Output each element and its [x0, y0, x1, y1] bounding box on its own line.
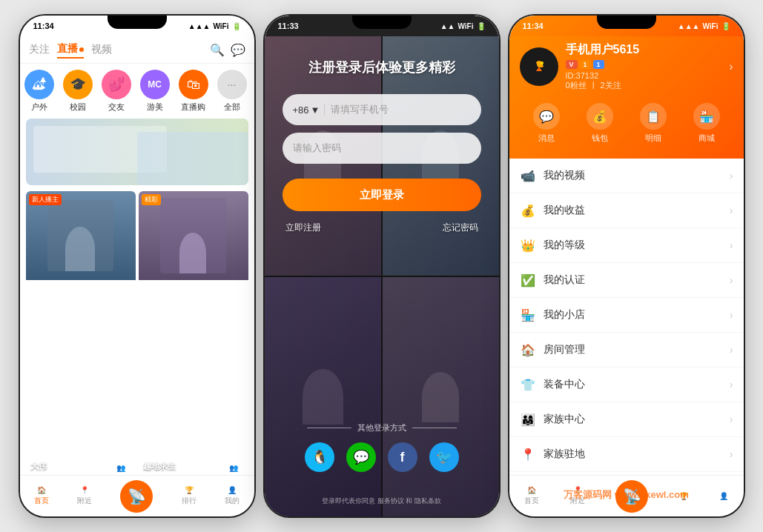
user-badges: V 1 1: [566, 60, 722, 69]
s3-me-icon: 👤: [719, 492, 728, 500]
fans-count: 0粉丝: [566, 80, 587, 91]
quick-wallet[interactable]: 💰 钱包: [587, 103, 613, 144]
stream-item-yuedi[interactable]: 精彩 越地求生 👥 1: [139, 191, 248, 475]
message-icon[interactable]: 💬: [231, 43, 245, 57]
badge-v: V: [566, 60, 578, 69]
banner[interactable]: [26, 119, 248, 185]
input-divider: [324, 104, 325, 116]
facebook-login-btn[interactable]: f: [388, 442, 417, 472]
menu-arrow-8: ›: [730, 448, 733, 460]
s3-nav-nearby[interactable]: 📍 附近: [570, 486, 585, 506]
twitter-login-btn[interactable]: 🐦: [429, 442, 459, 472]
time-2: 11:33: [278, 21, 299, 30]
cat-label-shop: 直播购: [181, 102, 205, 113]
nav-profile[interactable]: 👤 我的: [225, 486, 240, 506]
notch-1: [108, 16, 167, 29]
live-dot: [79, 47, 84, 52]
menu-arrow-2: ›: [730, 239, 733, 251]
cat-campus[interactable]: 🎓 校园: [63, 70, 93, 113]
cat-mc[interactable]: MC 游美: [140, 70, 170, 113]
nav-nearby-label: 附近: [77, 496, 92, 506]
other-login-label: 其他登录方式: [357, 422, 406, 433]
cat-label-friends: 交友: [108, 102, 125, 113]
nav-live-btn[interactable]: 📡: [120, 480, 153, 513]
menu-my-cert[interactable]: ✅ 我的认证 ›: [509, 263, 744, 298]
cat-shop[interactable]: 🛍 直播购: [179, 70, 208, 113]
login-title: 注册登录后体验更多精彩: [308, 59, 455, 76]
detail-quick-icon: 📋: [640, 103, 667, 130]
live-center-btn[interactable]: 📡: [120, 480, 153, 513]
wifi-icon-3: WiFi: [702, 22, 718, 30]
password-input-row[interactable]: 请输入密码: [283, 133, 481, 164]
cat-label-mc: 游美: [147, 102, 163, 113]
room-manage-label: 房间管理: [544, 343, 722, 356]
login-bg: 注册登录后体验更多精彩 +86 ▼ 请填写手机号 请输入密码: [265, 36, 499, 516]
wifi-icon: WiFi: [213, 22, 228, 30]
tab-follow[interactable]: 关注: [29, 41, 50, 58]
wallet-quick-icon: 💰: [587, 103, 613, 130]
user-avatar[interactable]: [520, 47, 558, 86]
tab-live[interactable]: 直播: [57, 41, 84, 59]
menu-equipment[interactable]: 👕 装备中心 ›: [509, 368, 744, 402]
s3-nav-home[interactable]: 🏠 首页: [524, 486, 539, 506]
wechat-icon: 💬: [353, 449, 369, 465]
nav-nearby[interactable]: 📍 附近: [77, 486, 92, 506]
wechat-login-btn[interactable]: 💬: [346, 442, 376, 472]
cat-label-all: 全部: [224, 102, 240, 113]
header-action-icons: 🔍 💬: [210, 43, 245, 57]
profile-info: 手机用户5615 V 1 1 ID:37132 0粉丝 | 2关注: [566, 42, 722, 91]
tab-video[interactable]: 视频: [91, 41, 112, 58]
phone-input-row[interactable]: +86 ▼ 请填写手机号: [283, 94, 481, 125]
qq-login-btn[interactable]: 🐧: [305, 442, 334, 472]
search-icon[interactable]: 🔍: [210, 43, 225, 57]
cat-icon-all: ···: [217, 70, 247, 99]
menu-arrow-4: ›: [730, 309, 733, 321]
live-badge-2: 精彩: [142, 194, 161, 205]
cat-outdoor[interactable]: 🏕 户外: [24, 70, 54, 113]
wifi-icon-2: WiFi: [458, 22, 473, 30]
country-code[interactable]: +86 ▼: [293, 104, 320, 116]
cat-friends[interactable]: 💕 交友: [102, 70, 131, 113]
quick-detail[interactable]: 📋 明细: [640, 103, 667, 144]
nav-rank[interactable]: 🏆 排行: [182, 486, 196, 506]
menu-my-level[interactable]: 👑 我的等级 ›: [509, 228, 744, 263]
login-button[interactable]: 立即登录: [283, 179, 481, 211]
menu-clan-center[interactable]: 👨‍👩‍👧 家族中心 ›: [509, 402, 744, 437]
wallet-icon-symbol: 💰: [592, 110, 607, 124]
menu-my-videos[interactable]: 📹 我的视频 ›: [509, 159, 744, 193]
my-cert-label: 我的认证: [544, 273, 722, 287]
viewers-icon-1: 👥: [116, 464, 125, 472]
menu-arrow-7: ›: [730, 413, 733, 425]
s3-nav-live-btn[interactable]: 📡: [615, 480, 648, 513]
menu-my-store[interactable]: 🏪 我的小店 ›: [509, 298, 744, 333]
menu-my-earnings[interactable]: 💰 我的收益 ›: [509, 193, 744, 228]
status-bar-3: 11:34 ▲▲▲ WiFi 🔋: [509, 16, 744, 36]
my-videos-label: 我的视频: [544, 169, 722, 182]
menu-room-manage[interactable]: 🏠 房间管理 ›: [509, 333, 744, 368]
nav-home[interactable]: 🏠 首页: [34, 486, 49, 506]
cat-icon-outdoor: 🏕: [24, 70, 54, 99]
s3-live-center-btn[interactable]: 📡: [615, 480, 648, 513]
quick-message[interactable]: 💬 消息: [533, 103, 560, 144]
clan-center-label: 家族中心: [544, 413, 722, 426]
menu-arrow-3: ›: [730, 274, 733, 286]
register-link[interactable]: 立即注册: [285, 222, 321, 234]
user-stats: 0粉丝 | 2关注: [566, 80, 722, 91]
s3-nav-me[interactable]: 👤: [719, 492, 728, 500]
cat-all[interactable]: ··· 全部: [217, 70, 247, 113]
stream-item-dawei[interactable]: 新人播主 大伟 👥 1: [26, 191, 136, 475]
signal-icon: ▲▲▲: [188, 22, 211, 30]
time-3: 11:34: [523, 21, 544, 30]
viewers-2: 👥 1: [229, 464, 244, 472]
quick-shop[interactable]: 🏪 商城: [693, 103, 720, 144]
other-login-section: 其他登录方式 🐧 💬 f 🐦: [265, 422, 499, 472]
profile-chevron[interactable]: ›: [729, 60, 733, 73]
clan-base-label: 家族驻地: [544, 448, 722, 461]
message-label: 消息: [538, 133, 555, 144]
profile-icon: 👤: [228, 486, 237, 494]
menu-clan-base[interactable]: 📍 家族驻地 ›: [509, 437, 744, 472]
forgot-link[interactable]: 忘记密码: [443, 222, 478, 234]
auth-links: 立即注册 忘记密码: [283, 222, 481, 234]
profile-row: 手机用户5615 V 1 1 ID:37132 0粉丝 | 2关注: [520, 42, 733, 91]
s3-nav-rank[interactable]: 🏆: [679, 492, 688, 500]
